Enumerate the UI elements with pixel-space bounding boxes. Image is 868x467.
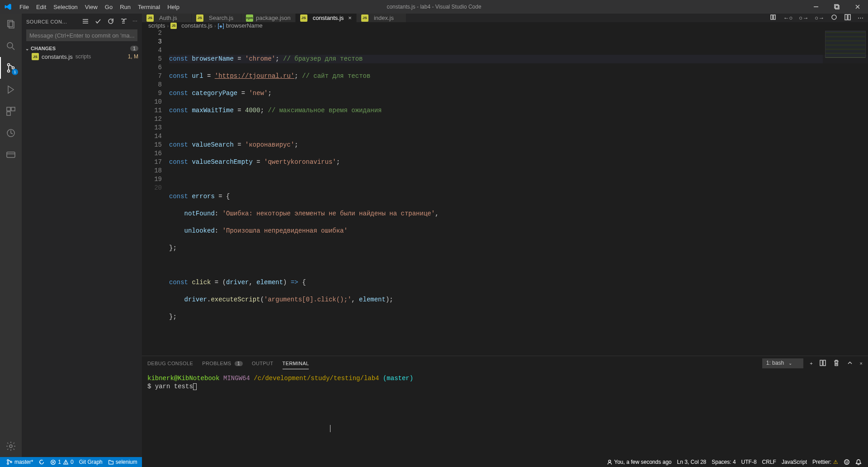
scm-more-icon[interactable]: ⋯ xyxy=(132,19,137,24)
editor-preview-icon[interactable] xyxy=(830,14,838,22)
window-controls xyxy=(806,0,868,14)
breadcrumb[interactable]: scripts › JS constants.js › [◈] browserN… xyxy=(142,22,868,29)
scm-refresh-icon[interactable] xyxy=(107,18,114,26)
menu-run[interactable]: Run xyxy=(116,0,134,14)
minimize-button[interactable] xyxy=(806,0,826,14)
panel-tab-terminal[interactable]: TERMINAL xyxy=(283,358,309,369)
tab-label: Auth.js xyxy=(159,14,177,21)
svg-rect-24 xyxy=(820,360,822,366)
scm-commit-icon[interactable] xyxy=(94,18,102,26)
terminal[interactable]: kibnerk@KibNotebook MINGW64 /c/developme… xyxy=(142,371,868,467)
panel-tab-output[interactable]: OUTPUT xyxy=(252,358,274,369)
close-panel-icon[interactable]: × xyxy=(860,361,863,366)
new-terminal-icon[interactable]: + xyxy=(810,361,812,366)
menu-help[interactable]: Help xyxy=(164,0,183,14)
editor-progress-icon[interactable]: ○→ xyxy=(799,14,808,21)
tab-label: constants.js xyxy=(313,14,344,21)
svg-rect-2 xyxy=(835,5,839,9)
svg-rect-13 xyxy=(11,107,15,111)
status-sync[interactable] xyxy=(36,457,47,467)
sidebar-source-control: SOURCE CON... ⋯ ⌄ CHANGES 1 JS constants… xyxy=(22,14,142,457)
svg-point-7 xyxy=(7,43,13,48)
changes-count-badge: 1 xyxy=(130,46,138,51)
close-button[interactable] xyxy=(847,0,868,14)
svg-point-33 xyxy=(66,463,66,463)
scm-file-folder: scripts xyxy=(75,53,91,60)
editor-tabs: JS Auth.js JS Search.js npm package.json… xyxy=(142,14,868,22)
scm-stage-icon[interactable] xyxy=(120,18,127,26)
code-editor[interactable]: 2 3 4 5 6 7 8 9 10 11 12 13 14 15 16 17 xyxy=(142,29,868,356)
variable-icon: [◈] xyxy=(218,22,224,29)
editor-compare-icon[interactable] xyxy=(769,14,777,22)
terminal-selector[interactable]: 1: bash ⌄ xyxy=(762,358,803,368)
menu-file[interactable]: File xyxy=(16,0,33,14)
breadcrumb-symbol[interactable]: browserName xyxy=(226,22,263,29)
kill-terminal-icon[interactable] xyxy=(833,359,840,367)
activity-search[interactable] xyxy=(0,35,22,57)
tab-package-json[interactable]: npm package.json xyxy=(241,14,296,22)
vscode-logo-icon xyxy=(0,3,16,11)
status-branch[interactable]: master* xyxy=(4,457,36,467)
svg-rect-14 xyxy=(7,112,10,115)
editor-split-icon[interactable] xyxy=(844,14,851,22)
changes-section-header[interactable]: ⌄ CHANGES 1 xyxy=(22,45,142,52)
tab-constants-js[interactable]: JS constants.js × xyxy=(296,14,357,22)
activity-liveshare[interactable] xyxy=(0,122,22,144)
js-file-icon: JS xyxy=(146,14,154,22)
status-folder[interactable]: selenium xyxy=(105,457,140,467)
minimap[interactable] xyxy=(823,29,868,356)
panel-tab-debug-console[interactable]: DEBUG CONSOLE xyxy=(147,358,193,369)
js-file-icon: JS xyxy=(170,23,177,29)
js-file-icon: JS xyxy=(32,53,39,60)
activity-remote[interactable] xyxy=(0,144,22,166)
svg-point-9 xyxy=(8,64,10,66)
svg-point-10 xyxy=(8,70,10,72)
editor-goforward-icon[interactable]: ○→ xyxy=(815,14,824,21)
status-gitgraph[interactable]: Git Graph xyxy=(76,457,105,467)
split-terminal-icon[interactable] xyxy=(819,359,826,367)
maximize-panel-icon[interactable] xyxy=(846,359,854,367)
menu-terminal[interactable]: Terminal xyxy=(134,0,164,14)
activity-extensions[interactable] xyxy=(0,100,22,122)
scm-file-entry[interactable]: JS constants.js scripts 1, M xyxy=(22,52,142,61)
menu-view[interactable]: View xyxy=(81,0,101,14)
svg-rect-6 xyxy=(9,22,14,28)
breadcrumb-folder[interactable]: scripts xyxy=(148,22,165,29)
panel-tab-problems[interactable]: PROBLEMS 1 xyxy=(202,358,243,369)
code-content[interactable]: const browserName = 'chrome'; // браузер… xyxy=(169,29,868,356)
panel: DEBUG CONSOLE PROBLEMS 1 OUTPUT TERMINAL… xyxy=(142,356,868,467)
status-problems[interactable]: 1 0 xyxy=(47,457,76,467)
menu-go[interactable]: Go xyxy=(101,0,116,14)
activity-explorer[interactable] xyxy=(0,14,22,35)
tab-index-js[interactable]: JS index.js xyxy=(357,14,406,22)
chevron-right-icon: › xyxy=(214,23,216,29)
close-icon[interactable]: × xyxy=(348,14,352,21)
svg-rect-5 xyxy=(8,20,13,27)
tab-auth-js[interactable]: JS Auth.js xyxy=(142,14,192,22)
breadcrumb-file[interactable]: constants.js xyxy=(181,22,212,29)
menu-selection[interactable]: Selection xyxy=(50,0,81,14)
chevron-right-icon: › xyxy=(167,23,169,29)
activity-settings[interactable] xyxy=(0,435,22,457)
editor-more-icon[interactable]: ⋯ xyxy=(858,14,863,21)
chevron-down-icon: ⌄ xyxy=(25,46,29,51)
text-cursor-icon xyxy=(330,425,330,432)
maximize-button[interactable] xyxy=(826,0,847,14)
commit-message-input[interactable] xyxy=(26,29,137,41)
menu-edit[interactable]: Edit xyxy=(33,0,50,14)
js-file-icon: JS xyxy=(196,14,203,22)
tab-label: package.json xyxy=(256,14,291,21)
js-file-icon: JS xyxy=(361,14,368,22)
titlebar: File Edit Selection View Go Run Terminal… xyxy=(0,0,868,14)
svg-rect-23 xyxy=(848,14,850,20)
activity-source-control[interactable]: 1 xyxy=(0,57,22,79)
js-file-icon: JS xyxy=(300,14,307,22)
editor-area: JS Auth.js JS Search.js npm package.json… xyxy=(142,14,868,457)
activity-run-debug[interactable] xyxy=(0,79,22,100)
problems-badge: 1 xyxy=(235,361,243,366)
scm-file-status: 1, M xyxy=(128,53,138,60)
scm-tree-view-icon[interactable] xyxy=(82,18,89,26)
tab-search-js[interactable]: JS Search.js xyxy=(192,14,241,22)
svg-rect-12 xyxy=(7,107,10,111)
editor-goback-icon[interactable]: ←○ xyxy=(783,14,793,21)
